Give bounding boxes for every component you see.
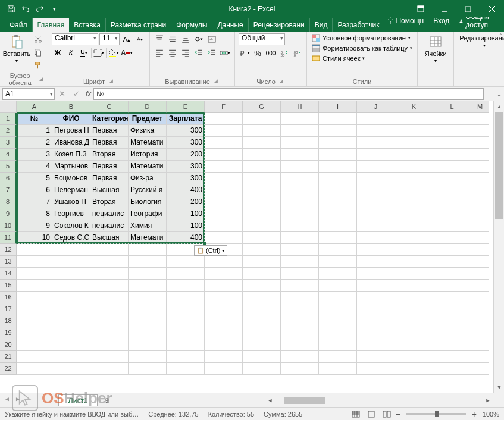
cell[interactable] xyxy=(471,339,489,351)
cell[interactable] xyxy=(357,125,395,137)
cell[interactable] xyxy=(243,232,281,244)
cell[interactable] xyxy=(167,363,205,375)
cell[interactable] xyxy=(205,315,243,327)
cell[interactable] xyxy=(205,303,243,315)
select-all-button[interactable] xyxy=(0,101,17,113)
minimize-icon[interactable] xyxy=(433,0,456,17)
cell[interactable] xyxy=(433,363,471,375)
cell[interactable] xyxy=(395,173,433,184)
cell[interactable] xyxy=(471,113,489,125)
cell[interactable]: 300 xyxy=(167,161,205,173)
cell[interactable] xyxy=(395,315,433,327)
cell[interactable] xyxy=(319,256,357,268)
zoom-level[interactable]: 100% xyxy=(479,411,499,418)
cell[interactable] xyxy=(433,125,471,137)
cell[interactable]: 10 xyxy=(17,232,52,244)
cell[interactable] xyxy=(90,244,129,256)
cell[interactable] xyxy=(129,292,167,303)
cell[interactable]: Биология xyxy=(129,196,167,208)
cell[interactable]: Первая xyxy=(90,125,129,137)
cell[interactable] xyxy=(205,125,243,137)
cell[interactable] xyxy=(281,303,319,315)
cell[interactable] xyxy=(471,280,489,292)
cell[interactable] xyxy=(52,327,90,339)
expand-formula-bar-icon[interactable]: ⌄ xyxy=(494,90,504,98)
column-header[interactable]: A xyxy=(17,101,52,113)
cell[interactable]: 200 xyxy=(167,196,205,208)
cell[interactable] xyxy=(319,113,357,125)
cell[interactable]: 2 xyxy=(17,137,52,149)
cell[interactable] xyxy=(281,184,319,196)
sheet-nav-prev-icon[interactable]: ◄ xyxy=(2,396,12,405)
cell[interactable]: ФИО xyxy=(52,113,90,125)
cell[interactable]: 200 xyxy=(167,149,205,161)
cell[interactable]: Петрова Н xyxy=(52,125,90,137)
tab-formulas[interactable]: Формулы xyxy=(171,18,212,32)
cell[interactable] xyxy=(17,244,52,256)
scroll-right-icon[interactable]: ► xyxy=(484,397,492,403)
cell[interactable]: Химия xyxy=(129,220,167,232)
format-painter-icon[interactable] xyxy=(32,60,44,71)
cell[interactable] xyxy=(433,137,471,149)
font-size-select[interactable]: 11 xyxy=(99,33,120,45)
cell[interactable] xyxy=(281,125,319,137)
cell[interactable] xyxy=(471,351,489,363)
add-sheet-icon[interactable]: ⊕ xyxy=(101,396,113,405)
cell[interactable] xyxy=(357,363,395,375)
cell[interactable] xyxy=(129,303,167,315)
cell[interactable] xyxy=(319,184,357,196)
row-header[interactable]: 5 xyxy=(0,161,17,173)
cell[interactable] xyxy=(395,363,433,375)
row-header[interactable]: 2 xyxy=(0,125,17,137)
cells-area[interactable]: №ФИОКатегорияПредметЗарплата1Петрова НПе… xyxy=(17,113,493,393)
cell[interactable] xyxy=(281,196,319,208)
cell[interactable] xyxy=(243,161,281,173)
cell[interactable] xyxy=(357,184,395,196)
row-header[interactable]: 7 xyxy=(0,184,17,196)
underline-icon[interactable]: Ч▾ xyxy=(78,47,90,59)
cell[interactable] xyxy=(471,149,489,161)
cell[interactable] xyxy=(281,327,319,339)
cell[interactable] xyxy=(281,173,319,184)
row-header[interactable]: 20 xyxy=(0,339,17,351)
cell[interactable] xyxy=(319,351,357,363)
accounting-icon[interactable]: ₽▾ xyxy=(239,47,251,59)
cell[interactable]: 3 xyxy=(17,149,52,161)
row-header[interactable]: 17 xyxy=(0,303,17,315)
cell[interactable] xyxy=(433,113,471,125)
cell[interactable] xyxy=(319,244,357,256)
column-header[interactable]: J xyxy=(357,101,395,113)
cell[interactable] xyxy=(243,196,281,208)
fx-icon[interactable]: fx xyxy=(86,90,91,98)
cell[interactable]: Вторая xyxy=(90,149,129,161)
vertical-scroll-thumb[interactable] xyxy=(495,112,503,219)
row-header[interactable]: 4 xyxy=(0,149,17,161)
sheet-nav-next-icon[interactable]: ► xyxy=(13,396,23,405)
cell[interactable] xyxy=(357,351,395,363)
tab-insert[interactable]: Вставка xyxy=(69,18,106,32)
cell[interactable] xyxy=(167,292,205,303)
cell[interactable] xyxy=(52,303,90,315)
align-launcher-icon[interactable]: ◢ xyxy=(212,78,220,85)
cell[interactable] xyxy=(433,315,471,327)
cell[interactable] xyxy=(167,303,205,315)
column-header[interactable]: B xyxy=(52,101,90,113)
cell[interactable] xyxy=(433,161,471,173)
cell[interactable]: 100 xyxy=(167,220,205,232)
cell[interactable] xyxy=(90,363,129,375)
cell[interactable] xyxy=(471,208,489,220)
cell[interactable] xyxy=(205,208,243,220)
cell[interactable] xyxy=(395,232,433,244)
wrap-text-icon[interactable]: ab xyxy=(206,33,218,45)
cell[interactable] xyxy=(319,292,357,303)
cell[interactable]: Первая xyxy=(90,173,129,184)
vertical-scrollbar[interactable]: ▲ ▼ xyxy=(493,101,504,393)
cell[interactable] xyxy=(243,363,281,375)
font-launcher-icon[interactable]: ◢ xyxy=(107,78,114,85)
cell[interactable] xyxy=(281,113,319,125)
scroll-left-icon[interactable]: ◄ xyxy=(266,397,274,403)
cell[interactable] xyxy=(281,137,319,149)
cell[interactable] xyxy=(471,292,489,303)
cell[interactable]: 9 xyxy=(17,220,52,232)
column-header[interactable]: G xyxy=(243,101,281,113)
